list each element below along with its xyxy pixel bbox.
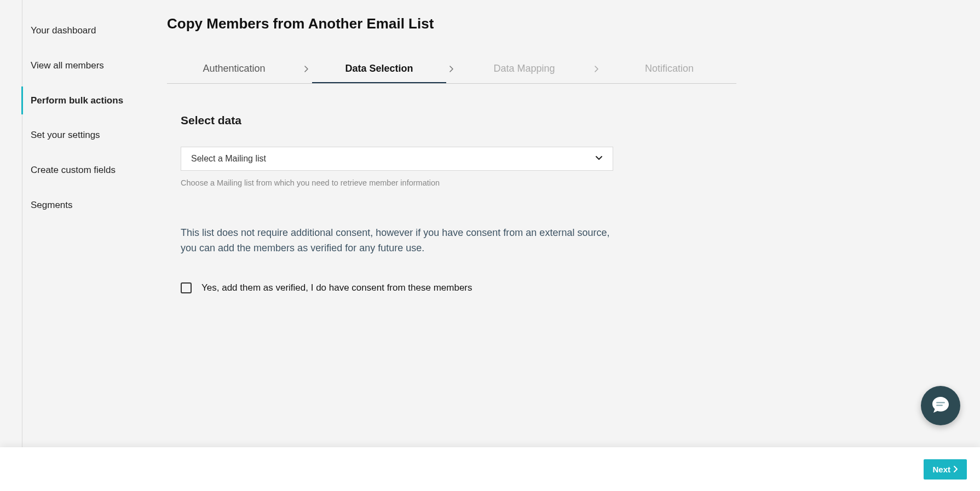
chat-icon [930, 395, 951, 417]
chat-button[interactable] [921, 386, 960, 425]
section-title: Select data [181, 114, 736, 127]
consent-checkbox-label: Yes, add them as verified, I do have con… [201, 282, 472, 293]
next-button[interactable]: Next [924, 459, 967, 480]
mailing-list-select[interactable]: Select a Mailing list [181, 147, 613, 171]
step-data-selection[interactable]: Data Selection [312, 54, 446, 83]
step-authentication[interactable]: Authentication [167, 54, 301, 83]
step-notification[interactable]: Notification [602, 54, 736, 83]
mailing-list-helper-text: Choose a Mailing list from which you nee… [181, 178, 613, 187]
stepper: Authentication Data Selection Data Mappi… [167, 54, 736, 84]
sidebar-item-view-members[interactable]: View all members [21, 51, 156, 80]
chevron-right-icon [591, 54, 602, 83]
sidebar-item-segments[interactable]: Segments [21, 191, 156, 219]
chevron-right-icon [301, 54, 312, 83]
sidebar: Your dashboard View all members Perform … [22, 0, 156, 447]
page-title: Copy Members from Another Email List [167, 15, 736, 32]
chevron-down-icon [595, 154, 603, 164]
sidebar-item-bulk-actions[interactable]: Perform bulk actions [21, 86, 156, 115]
sidebar-item-dashboard[interactable]: Your dashboard [21, 16, 156, 45]
next-button-label: Next [932, 465, 950, 474]
step-data-mapping[interactable]: Data Mapping [457, 54, 591, 83]
chevron-right-icon [954, 465, 958, 474]
sidebar-item-custom-fields[interactable]: Create custom fields [21, 156, 156, 184]
consent-description: This list does not require additional co… [181, 226, 613, 256]
footer-bar: Next [0, 447, 980, 491]
main-content: Copy Members from Another Email List Aut… [156, 0, 758, 447]
consent-checkbox[interactable] [181, 282, 192, 293]
mailing-list-select-value: Select a Mailing list [191, 154, 266, 164]
sidebar-item-settings[interactable]: Set your settings [21, 121, 156, 149]
chevron-right-icon [446, 54, 457, 83]
